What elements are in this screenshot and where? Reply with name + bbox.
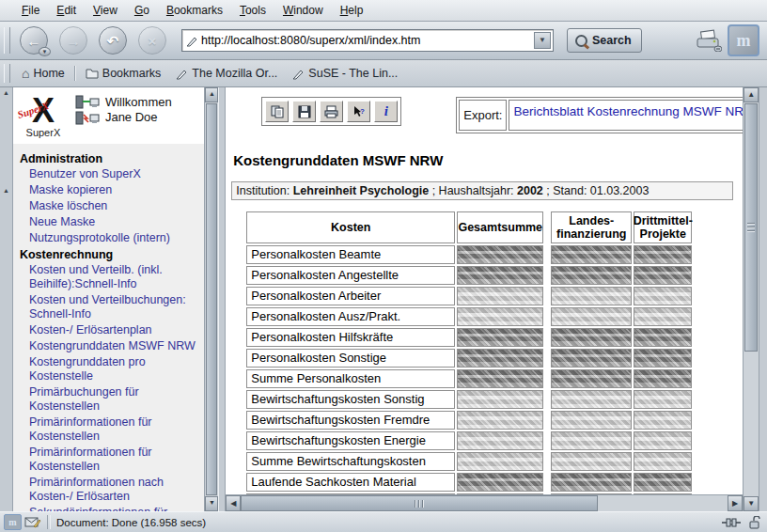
sidebar-item[interactable]: Primärinformationen nach Kosten-/ Erlösa… xyxy=(29,476,203,504)
back-icon: ← xyxy=(27,34,41,48)
table-gap xyxy=(545,211,549,243)
sidebar-item[interactable]: Kosten-/ Erlösartenplan xyxy=(29,323,203,337)
scroll-down-icon[interactable]: ▼ xyxy=(744,496,759,511)
sidebar-item[interactable]: Nutzungsprotokolle (intern) xyxy=(29,231,203,245)
redacted-value-cell xyxy=(551,266,632,285)
bookmarks-separator xyxy=(74,66,76,82)
redacted-value-cell xyxy=(551,328,632,347)
statusbar-separator xyxy=(47,515,51,529)
mozilla-mini-icon[interactable]: m xyxy=(4,514,22,530)
table-row-label: Summe Personalkosten xyxy=(246,369,455,388)
sidebar-item[interactable]: Maske kopieren xyxy=(29,183,203,197)
mail-compose-icon[interactable] xyxy=(24,516,41,528)
sidebar-item[interactable]: Primärbuchungen für Kostenstellen xyxy=(29,385,203,414)
redacted-value-cell xyxy=(457,473,543,492)
column-header: Gesamtsumme xyxy=(457,211,543,243)
bookmark-suse[interactable]: SuSE - The Lin... xyxy=(285,64,405,83)
sidebar-grip-strip[interactable]: ▲ ▲ xyxy=(0,87,13,511)
url-input[interactable] xyxy=(198,34,534,47)
menu-tools[interactable]: Tools xyxy=(231,2,274,19)
toolbar-grippy[interactable] xyxy=(4,64,10,83)
sidebar-item[interactable]: Primärinformationen für Kostenstellen xyxy=(29,446,203,474)
collapse-arrow-icon[interactable]: ▲ xyxy=(3,187,9,195)
sidebar: X SuperX SuperX xyxy=(13,87,205,511)
search-icon xyxy=(575,35,587,47)
bookmark-mozilla-org[interactable]: The Mozilla Or... xyxy=(168,64,285,83)
sidebar-item[interactable]: Primärinformationen für Kostenstellen xyxy=(29,415,203,444)
scroll-down-icon[interactable]: ▼ xyxy=(205,496,218,511)
sidebar-scrollbar[interactable]: ▲ ▼ xyxy=(204,87,218,511)
table-row-label: Bewirtschaftungskosten Fremdre xyxy=(246,411,455,430)
context-help-button[interactable]: ? xyxy=(347,101,370,122)
sidebar-item[interactable]: Benutzer von SuperX xyxy=(29,167,203,181)
sidebar-item[interactable]: Kosten und Verteilbuchungen: Schnell-Inf… xyxy=(29,293,203,321)
scroll-up-icon[interactable]: ▲ xyxy=(205,87,218,102)
toolbar-grippy[interactable] xyxy=(4,27,10,54)
forward-button[interactable]: → xyxy=(59,26,87,55)
back-button[interactable]: ← ▼ xyxy=(20,26,48,55)
bookmark-home[interactable]: ⌂ Home xyxy=(14,63,72,84)
bookmark-folder-bookmarks[interactable]: Bookmarks xyxy=(78,64,169,83)
reload-icon: ↶ xyxy=(107,34,119,48)
redacted-value-cell xyxy=(551,411,632,430)
back-dropdown-icon[interactable]: ▼ xyxy=(39,47,51,56)
table-gap xyxy=(545,349,549,368)
sidebar-section-title: Kostenrechnung xyxy=(20,248,203,261)
horizontal-scrollbar[interactable]: ◀ ▶ xyxy=(226,494,743,511)
security-unlocked-icon[interactable] xyxy=(749,516,761,529)
menu-bookmarks[interactable]: Bookmarks xyxy=(158,2,231,19)
save-button[interactable] xyxy=(292,101,316,122)
menu-file[interactable]: File xyxy=(13,2,48,19)
reload-button[interactable]: ↶ xyxy=(99,26,127,55)
sidebar-item[interactable]: Maske löschen xyxy=(29,199,203,213)
sidebar-item[interactable]: Kostengrunddaten MSWF NRW xyxy=(29,339,203,353)
menu-go[interactable]: Go xyxy=(126,2,158,19)
table-row-label: Summe Bewirtschaftungskosten xyxy=(246,452,455,471)
page-title: Kostengrunddaten MSWF NRW xyxy=(233,152,743,168)
menu-help[interactable]: Help xyxy=(332,2,372,19)
superx-logo: X SuperX SuperX xyxy=(19,95,68,138)
redacted-value-cell xyxy=(634,411,692,430)
vertical-scrollbar[interactable]: ▲ ▼ xyxy=(743,87,759,511)
export-link-cell: Berichtsblatt Kostenrechnung MSWF NRW xyxy=(509,100,743,131)
redacted-value-cell xyxy=(457,452,543,471)
print-button[interactable] xyxy=(694,29,722,52)
scroll-up-icon[interactable]: ▲ xyxy=(744,87,759,102)
redacted-value-cell xyxy=(551,245,632,264)
redacted-value-cell xyxy=(457,287,543,305)
copy-button[interactable] xyxy=(265,101,289,122)
menu-window[interactable]: Window xyxy=(274,2,332,19)
redacted-value-cell xyxy=(634,287,692,305)
svg-text:?: ? xyxy=(360,107,365,116)
menu-edit[interactable]: Edit xyxy=(48,2,85,19)
horizontal-scrollbar-thumb[interactable] xyxy=(241,495,598,511)
redacted-value-cell xyxy=(634,245,692,264)
search-button[interactable]: Search xyxy=(567,28,642,53)
sidebar-item[interactable]: Neue Maske xyxy=(29,215,203,229)
horizontal-scrollbar-track[interactable] xyxy=(598,495,728,511)
sidebar-item[interactable]: Kostengrunddaten pro Kostenstelle xyxy=(29,355,203,383)
frame-splitter[interactable] xyxy=(218,87,226,511)
sidebar-menu: AdministrationBenutzer von SuperXMaske k… xyxy=(13,144,205,511)
scroll-right-icon[interactable]: ▶ xyxy=(728,495,743,511)
stop-button[interactable]: × xyxy=(138,26,166,55)
print-button[interactable] xyxy=(320,101,343,122)
info-button[interactable]: i xyxy=(374,101,398,122)
vertical-scrollbar-thumb[interactable] xyxy=(744,103,758,352)
url-dropdown-icon[interactable]: ▼ xyxy=(534,32,551,49)
copy-icon xyxy=(271,105,284,118)
sidebar-item[interactable]: Kosten und Verteilb. (inkl. Beihilfe):Sc… xyxy=(29,263,203,291)
vertical-scrollbar-track[interactable] xyxy=(744,352,759,496)
sidebar-scrollbar-thumb[interactable] xyxy=(206,103,217,495)
collapse-arrow-icon[interactable]: ▲ xyxy=(3,89,9,97)
online-plug-icon[interactable] xyxy=(721,517,742,528)
export-report-link[interactable]: Berichtsblatt Kostenrechnung MSWF NRW xyxy=(513,104,743,118)
mozilla-throbber-icon[interactable]: m xyxy=(728,24,759,56)
scroll-left-icon[interactable]: ◀ xyxy=(226,495,241,511)
welcome-line2: Jane Doe xyxy=(105,110,172,125)
redacted-value-cell xyxy=(457,431,543,450)
url-bar[interactable]: ▼ xyxy=(181,29,554,52)
redacted-value-cell xyxy=(634,266,692,285)
menu-view[interactable]: View xyxy=(85,2,126,19)
redacted-value-cell xyxy=(634,452,692,471)
